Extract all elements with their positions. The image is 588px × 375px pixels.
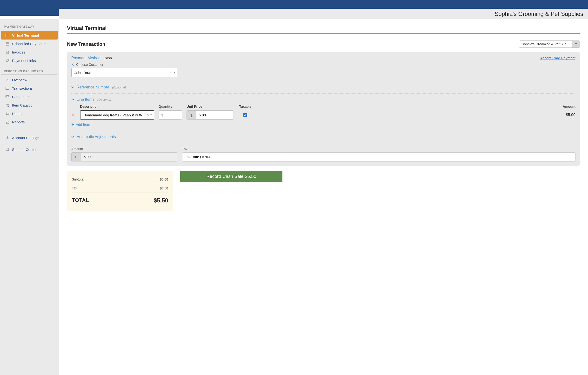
header-bar: Sophia's Grooming & Pet Supplies [59, 9, 588, 16]
merchant-title: Sophia's Grooming & Pet Supplies [495, 10, 583, 16]
